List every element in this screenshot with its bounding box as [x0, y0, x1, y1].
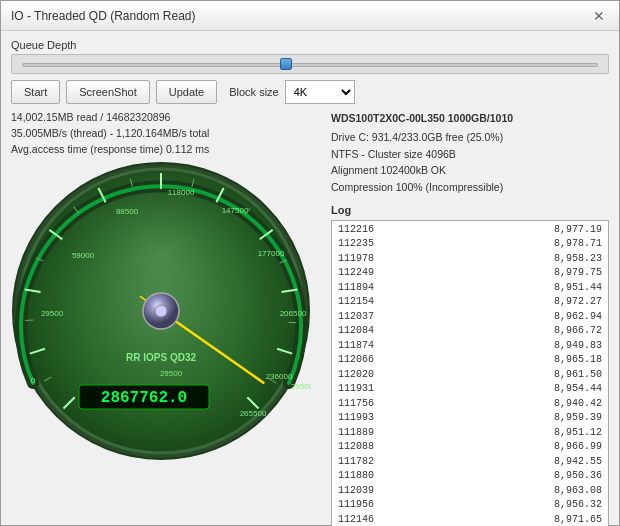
svg-text:147500: 147500 — [222, 206, 249, 215]
log-entry-val: 8,956.32 — [542, 498, 602, 513]
svg-text:88500: 88500 — [116, 207, 139, 216]
log-row: 1118898,951.12 — [336, 426, 604, 441]
svg-line-35 — [289, 322, 297, 323]
stats-section: 14,002.15MB read / 14682320896 35.005MB/… — [11, 110, 321, 157]
slider-thumb[interactable] — [280, 58, 292, 70]
log-row: 1119318,954.44 — [336, 382, 604, 397]
log-entry-num: 111880 — [338, 469, 374, 484]
drive-line1: Drive C: 931.4/233.0GB free (25.0%) — [331, 129, 609, 146]
log-row: 1118808,950.36 — [336, 469, 604, 484]
log-row: 1120668,965.18 — [336, 353, 604, 368]
log-entry-val: 8,949.83 — [542, 339, 602, 354]
log-entry-val: 8,959.39 — [542, 411, 602, 426]
drive-model: WDS100T2X0C-00L350 1000GB/1010 — [331, 110, 609, 127]
log-entry-val: 8,972.27 — [542, 295, 602, 310]
svg-text:0: 0 — [31, 376, 36, 385]
log-entry-val: 8,951.44 — [542, 281, 602, 296]
svg-text:RR IOPS QD32: RR IOPS QD32 — [126, 352, 196, 363]
svg-text:295000: 295000 — [291, 382, 311, 391]
log-row: 1120378,962.94 — [336, 310, 604, 325]
log-row: 1120848,966.72 — [336, 324, 604, 339]
queue-depth-label: Queue Depth — [11, 39, 609, 51]
log-entry-num: 112066 — [338, 353, 374, 368]
log-row: 1120208,961.50 — [336, 368, 604, 383]
svg-text:265500: 265500 — [240, 409, 267, 418]
log-entry-num: 112249 — [338, 266, 374, 281]
log-row: 1120398,963.08 — [336, 484, 604, 499]
log-entry-val: 8,977.19 — [542, 223, 602, 238]
svg-text:206500: 206500 — [280, 309, 307, 318]
gauge-svg: 0 — [11, 161, 311, 461]
log-row: 1119568,956.32 — [336, 498, 604, 513]
log-entry-val: 8,961.50 — [542, 368, 602, 383]
svg-text:177000: 177000 — [258, 249, 285, 258]
log-entry-val: 8,979.75 — [542, 266, 602, 281]
screenshot-button[interactable]: ScreenShot — [66, 80, 149, 104]
gauge-container: 0 — [11, 161, 311, 461]
svg-text:29500: 29500 — [160, 369, 183, 378]
log-entry-val: 8,940.42 — [542, 397, 602, 412]
log-entry-num: 112020 — [338, 368, 374, 383]
log-entry-num: 111894 — [338, 281, 374, 296]
drive-line4: Compression 100% (Incompressible) — [331, 179, 609, 196]
log-row: 1118748,949.83 — [336, 339, 604, 354]
toolbar: Start ScreenShot Update Block size 4K 51… — [11, 80, 609, 104]
log-entry-num: 112039 — [338, 484, 374, 499]
svg-text:236000: 236000 — [266, 372, 293, 381]
queue-depth-slider-container — [11, 54, 609, 74]
log-row: 1122168,977.19 — [336, 223, 604, 238]
log-entry-val: 8,971.65 — [542, 513, 602, 526]
log-row: 1121468,971.65 — [336, 513, 604, 526]
log-entry-num: 112154 — [338, 295, 374, 310]
title-bar: IO - Threaded QD (Random Read) ✕ — [1, 1, 619, 31]
log-row: 1121548,972.27 — [336, 295, 604, 310]
log-entry-val: 8,951.12 — [542, 426, 602, 441]
log-row: 1119788,958.23 — [336, 252, 604, 267]
update-button[interactable]: Update — [156, 80, 217, 104]
log-entry-num: 111993 — [338, 411, 374, 426]
queue-depth-section: Queue Depth — [11, 39, 609, 74]
drive-line3: Alignment 102400kB OK — [331, 162, 609, 179]
log-row: 1122358,978.71 — [336, 237, 604, 252]
svg-line-28 — [25, 320, 33, 321]
block-size-select[interactable]: 4K 512B 1K 2K 8K 16K 32K 64K 128K 256K 5… — [285, 80, 355, 104]
log-entry-num: 111874 — [338, 339, 374, 354]
log-container[interactable]: 1122168,977.191122358,978.711119788,958.… — [331, 220, 609, 526]
log-entry-val: 8,942.55 — [542, 455, 602, 470]
log-row: 1117828,942.55 — [336, 455, 604, 470]
close-button[interactable]: ✕ — [589, 6, 609, 26]
log-entry-num: 112084 — [338, 324, 374, 339]
log-entry-num: 111956 — [338, 498, 374, 513]
log-entry-val: 8,978.71 — [542, 237, 602, 252]
log-entry-num: 112037 — [338, 310, 374, 325]
svg-text:29500: 29500 — [41, 309, 64, 318]
log-entry-val: 8,950.36 — [542, 469, 602, 484]
right-panel: WDS100T2X0C-00L350 1000GB/1010 Drive C: … — [331, 110, 609, 526]
log-entry-val: 8,966.99 — [542, 440, 602, 455]
log-row: 1119938,959.39 — [336, 411, 604, 426]
log-entry-val: 8,965.18 — [542, 353, 602, 368]
svg-text:59000: 59000 — [72, 251, 95, 260]
stat-line1: 14,002.15MB read / 14682320896 — [11, 110, 321, 126]
svg-point-40 — [155, 305, 167, 317]
log-entry-num: 112088 — [338, 440, 374, 455]
content-area: Queue Depth Start ScreenShot Update Bloc… — [1, 31, 619, 526]
start-button[interactable]: Start — [11, 80, 60, 104]
window-title: IO - Threaded QD (Random Read) — [11, 9, 196, 23]
stat-line3: Avg.access time (response time) 0.112 ms — [11, 142, 321, 158]
left-panel: 14,002.15MB read / 14682320896 35.005MB/… — [11, 110, 321, 526]
log-entry-val: 8,954.44 — [542, 382, 602, 397]
slider-track — [22, 63, 598, 67]
log-row: 1122498,979.75 — [336, 266, 604, 281]
log-label: Log — [331, 204, 609, 216]
log-entry-num: 111756 — [338, 397, 374, 412]
log-entry-num: 112146 — [338, 513, 374, 526]
log-entry-num: 112216 — [338, 223, 374, 238]
log-entry-num: 111782 — [338, 455, 374, 470]
svg-text:2867762.0: 2867762.0 — [101, 389, 187, 407]
main-area: 14,002.15MB read / 14682320896 35.005MB/… — [11, 110, 609, 526]
log-row: 1120888,966.99 — [336, 440, 604, 455]
log-row: 1117568,940.42 — [336, 397, 604, 412]
log-entry-val: 8,966.72 — [542, 324, 602, 339]
block-size-label: Block size — [229, 86, 279, 98]
